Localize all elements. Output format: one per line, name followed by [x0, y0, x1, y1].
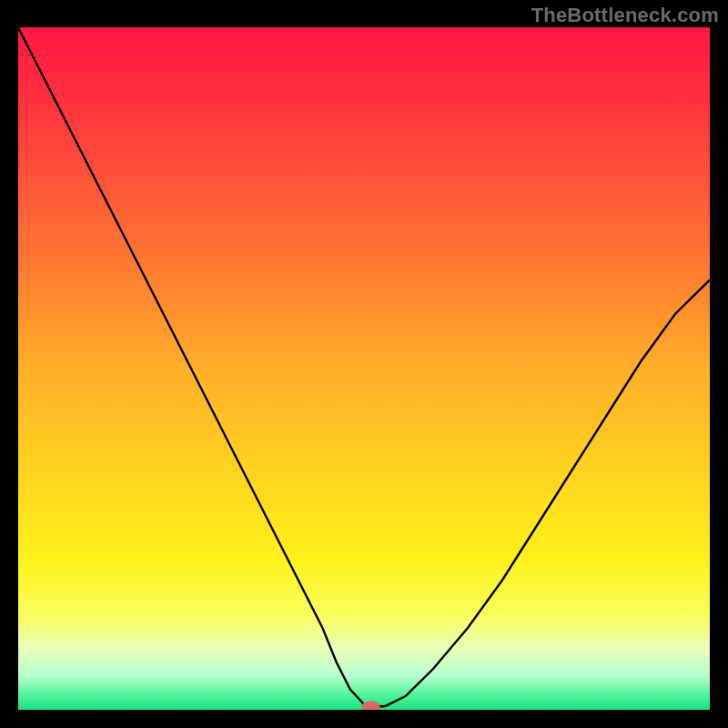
- chart-background: [18, 27, 710, 710]
- watermark-label: TheBottleneck.com: [531, 4, 719, 27]
- chart-svg: [18, 27, 710, 710]
- chart-plot-area: [18, 27, 710, 710]
- chart-frame: TheBottleneck.com: [0, 0, 728, 728]
